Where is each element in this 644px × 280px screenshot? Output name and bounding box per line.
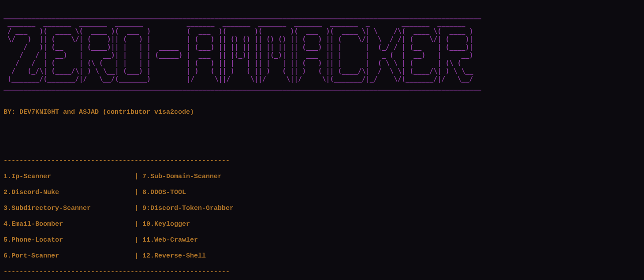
menu-sep: | (134, 189, 142, 197)
menu-item-4[interactable]: 4.Email-Boomber (4, 220, 134, 228)
menu-sep: | (134, 252, 142, 260)
menu-item-1[interactable]: 1.Ip-Scanner (4, 173, 134, 181)
menu-row[interactable]: 4.Email-Boomber| 10.Keylogger (4, 220, 640, 228)
menu-item-9[interactable]: 9:Discord-Token-Grabber (142, 205, 234, 213)
menu-item-8[interactable]: 8.DDOS-TOOL (142, 189, 186, 197)
menu-item-11[interactable]: 11.Web-Crawler (142, 236, 198, 244)
byline: BY: DEV7KNIGHT and ASJAD (contributor vi… (4, 101, 640, 116)
menu-sep: | (134, 205, 142, 213)
menu-row[interactable]: 5.Phone-Locator| 11.Web-Crawler (4, 236, 640, 244)
menu-item-6[interactable]: 6.Port-Scanner (4, 252, 134, 260)
menu-row[interactable]: 2.Discord-Nuke| 8.DDOS-TOOL (4, 189, 640, 197)
menu-row[interactable]: 6.Port-Scanner| 12.Reverse-Shell (4, 252, 640, 260)
author-credits: BY: DEV7KNIGHT and ASJAD (contributor vi… (4, 108, 194, 116)
menu-rule-bottom: ----------------------------------------… (4, 268, 640, 276)
menu-item-5[interactable]: 5.Phone-Locator (4, 236, 134, 244)
menu-row[interactable]: 3.Subdirectory-Scanner| 9:Discord-Token-… (4, 205, 640, 213)
menu-item-7[interactable]: 7.Sub-Domain-Scanner (142, 173, 222, 181)
menu-item-10[interactable]: 10.Keylogger (142, 220, 190, 228)
menu: ----------------------------------------… (4, 149, 640, 280)
menu-rule-top: ----------------------------------------… (4, 157, 640, 165)
menu-row[interactable]: 1.Ip-Scanner| 7.Sub-Domain-Scanner (4, 173, 640, 181)
menu-item-3[interactable]: 3.Subdirectory-Scanner (4, 205, 134, 213)
menu-item-12[interactable]: 12.Reverse-Shell (142, 252, 206, 260)
terminal-output: ________________________________________… (0, 0, 644, 280)
menu-sep: | (134, 236, 142, 244)
ascii-banner: ________________________________________… (4, 11, 640, 91)
menu-sep: | (134, 220, 142, 228)
menu-sep: | (134, 173, 142, 181)
menu-item-2[interactable]: 2.Discord-Nuke (4, 189, 134, 197)
